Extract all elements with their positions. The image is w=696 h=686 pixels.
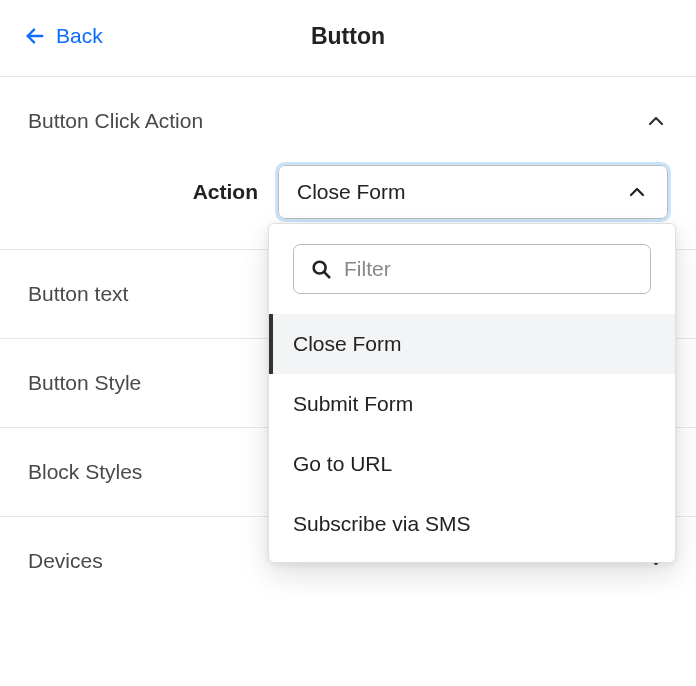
arrow-left-icon (24, 25, 46, 47)
action-row: Action Close Form (0, 165, 696, 249)
dropdown-option-subscribe-sms[interactable]: Subscribe via SMS (269, 494, 675, 554)
action-label: Action (28, 180, 258, 204)
action-select[interactable]: Close Form (278, 165, 668, 219)
select-value: Close Form (297, 180, 406, 204)
action-dropdown: Close Form Submit Form Go to URL Subscri… (268, 223, 676, 563)
dropdown-search[interactable] (293, 244, 651, 294)
dropdown-option-close-form[interactable]: Close Form (269, 314, 675, 374)
section-title: Button Click Action (28, 109, 203, 133)
back-button[interactable]: Back (24, 24, 103, 48)
section-header-click-action[interactable]: Button Click Action (0, 77, 696, 165)
chevron-up-icon (625, 180, 649, 204)
dropdown-option-go-to-url[interactable]: Go to URL (269, 434, 675, 494)
search-icon (310, 258, 332, 280)
section-title: Button Style (28, 371, 141, 395)
dropdown-search-wrap (269, 224, 675, 314)
section-title: Devices (28, 549, 103, 573)
dropdown-option-submit-form[interactable]: Submit Form (269, 374, 675, 434)
chevron-up-icon (644, 109, 668, 133)
section-click-action: Button Click Action Action Close Form (0, 77, 696, 249)
filter-input[interactable] (344, 257, 634, 281)
back-label: Back (56, 24, 103, 48)
page-title: Button (311, 23, 385, 50)
section-title: Block Styles (28, 460, 142, 484)
header: Back Button (0, 0, 696, 76)
svg-line-2 (324, 272, 329, 277)
section-title: Button text (28, 282, 128, 306)
